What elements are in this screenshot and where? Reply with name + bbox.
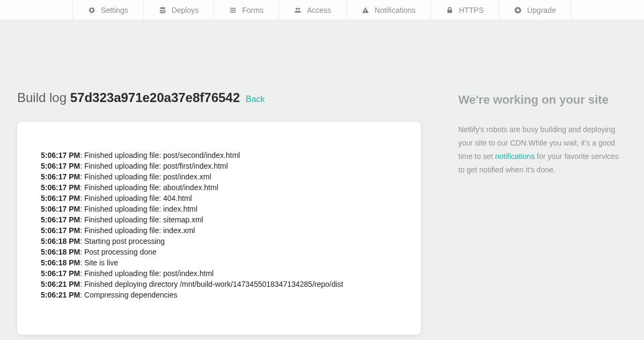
log-timestamp: 5:06:17 PM <box>41 269 80 278</box>
log-message: : Finished uploading file: about/index.h… <box>80 183 218 192</box>
log-line: 5:06:17 PM: Finished uploading file: pos… <box>41 150 397 161</box>
log-message: : Finished uploading file: post/index.ht… <box>80 269 214 278</box>
log-timestamp: 5:06:17 PM <box>41 205 80 213</box>
nav-label: Notifications <box>375 6 415 15</box>
log-line: 5:06:17 PM: Finished uploading file: sit… <box>41 214 397 225</box>
nav-label: Deploys <box>172 6 199 15</box>
log-message: : Finished uploading file: post/first/in… <box>80 162 228 170</box>
log-message: : Compressing dependencies <box>80 291 177 299</box>
log-message: : Post processing done <box>80 248 156 256</box>
list-icon <box>229 6 237 14</box>
log-message: : Finished uploading file: index.xml <box>80 226 195 235</box>
nav-label: Forms <box>242 6 264 15</box>
nav-item-settings[interactable]: Settings <box>72 0 143 20</box>
content: Build log 57d323a971e20a37e8f76542 Back … <box>0 20 644 340</box>
sidebar-body: Netlify's robots are busy building and d… <box>458 123 627 177</box>
log-timestamp: 5:06:21 PM <box>41 280 80 288</box>
log-message: : Finished deploying directory /mnt/buil… <box>80 280 343 288</box>
log-line: 5:06:17 PM: Finished uploading file: pos… <box>41 268 397 279</box>
log-message: : Starting post processing <box>80 237 165 245</box>
main-column: Build log 57d323a971e20a37e8f76542 Back … <box>17 90 421 335</box>
log-message: : Site is live <box>80 258 118 267</box>
nav-item-notifications[interactable]: Notifications <box>346 0 430 20</box>
nav-label: Settings <box>101 6 128 15</box>
nav-item-upgrade[interactable]: Upgrade <box>499 0 572 20</box>
log-timestamp: 5:06:17 PM <box>41 151 80 160</box>
log-timestamp: 5:06:17 PM <box>41 215 80 224</box>
nav-item-https[interactable]: HTTPS <box>430 0 499 20</box>
log-timestamp: 5:06:18 PM <box>41 248 80 256</box>
log-timestamp: 5:06:17 PM <box>41 183 80 192</box>
title-prefix: Build log <box>17 90 70 105</box>
warning-icon <box>362 6 369 14</box>
log-line: 5:06:21 PM: Finished deploying directory… <box>41 279 397 290</box>
log-timestamp: 5:06:17 PM <box>41 194 80 202</box>
log-message: : Finished uploading file: 404.html <box>80 194 192 202</box>
sidebar-title: We're working on your site <box>458 92 627 108</box>
log-line: 5:06:17 PM: Finished uploading file: ind… <box>41 225 397 236</box>
nav-label: HTTPS <box>459 6 484 15</box>
nav-label: Access <box>307 6 331 15</box>
gear-icon <box>88 6 96 14</box>
svg-point-0 <box>159 7 165 9</box>
svg-rect-8 <box>516 10 520 11</box>
log-line: 5:06:21 PM: Compressing dependencies <box>41 290 397 300</box>
log-timestamp: 5:06:17 PM <box>41 172 80 181</box>
plus-circle-icon <box>514 6 522 14</box>
log-line: 5:06:18 PM: Site is live <box>41 257 397 268</box>
svg-rect-1 <box>230 8 236 9</box>
log-message: : Finished uploading file: post/index.xm… <box>80 172 211 181</box>
svg-point-4 <box>296 8 298 10</box>
nav-item-access[interactable]: Access <box>279 0 346 20</box>
back-link[interactable]: Back <box>246 95 265 104</box>
nav-label: Upgrade <box>527 6 556 15</box>
log-message: : Finished uploading file: post/second/i… <box>80 151 240 160</box>
log-line: 5:06:17 PM: Finished uploading file: pos… <box>41 171 397 182</box>
svg-rect-2 <box>230 10 236 11</box>
page-title: Build log 57d323a971e20a37e8f76542 Back <box>17 90 421 106</box>
people-icon <box>294 6 302 14</box>
log-line: 5:06:18 PM: Post processing done <box>41 247 397 257</box>
log-timestamp: 5:06:17 PM <box>41 226 80 235</box>
nav-item-forms[interactable]: Forms <box>214 0 279 20</box>
log-line: 5:06:18 PM: Starting post processing <box>41 236 397 247</box>
nav-item-deploys[interactable]: Deploys <box>143 0 214 20</box>
log-message: : Finished uploading file: index.html <box>80 205 197 213</box>
log-timestamp: 5:06:18 PM <box>41 258 80 267</box>
top-nav: Settings Deploys Forms Access Notificati <box>0 0 644 20</box>
notifications-link[interactable]: notifications <box>495 152 535 161</box>
log-timestamp: 5:06:17 PM <box>41 162 80 170</box>
log-timestamp: 5:06:21 PM <box>41 291 80 299</box>
svg-point-5 <box>298 8 300 10</box>
top-nav-inner: Settings Deploys Forms Access Notificati <box>72 0 572 20</box>
stack-icon <box>159 6 166 14</box>
log-line: 5:06:17 PM: Finished uploading file: pos… <box>41 161 397 171</box>
build-id: 57d323a971e20a37e8f76542 <box>70 90 240 105</box>
lock-icon <box>446 6 453 14</box>
log-message: : Finished uploading file: sitemap.xml <box>80 215 203 224</box>
svg-rect-3 <box>230 11 236 12</box>
log-card: 5:06:17 PM: Finished uploading file: pos… <box>17 122 421 335</box>
log-line: 5:06:17 PM: Finished uploading file: ind… <box>41 204 397 214</box>
sidebar: We're working on your site Netlify's rob… <box>458 90 627 177</box>
log-line: 5:06:17 PM: Finished uploading file: abo… <box>41 182 397 193</box>
log-timestamp: 5:06:18 PM <box>41 237 80 245</box>
log-line: 5:06:17 PM: Finished uploading file: 404… <box>41 193 397 204</box>
